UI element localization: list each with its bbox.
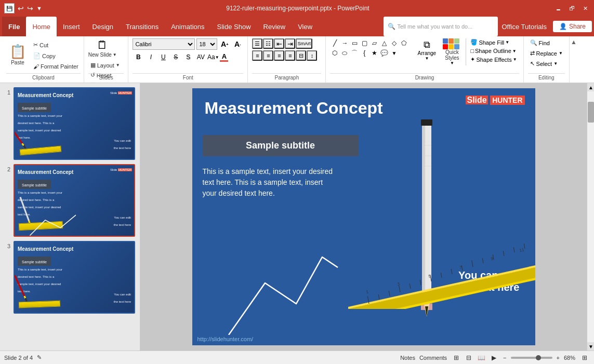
align-right-button[interactable]: ≡ bbox=[274, 50, 284, 61]
find-button[interactable]: 🔍 Find bbox=[528, 38, 565, 47]
font-grow-button[interactable]: A+ bbox=[219, 38, 230, 50]
reading-view-button[interactable]: 📖 bbox=[476, 353, 486, 363]
numbering-button[interactable]: ☷ bbox=[263, 38, 273, 49]
shape-fill-button[interactable]: 🪣 Shape Fill ▼ bbox=[468, 38, 519, 46]
close-button[interactable]: ✕ bbox=[580, 4, 590, 13]
select-button[interactable]: ↖ Select ▼ bbox=[528, 59, 565, 68]
subtitle-box[interactable]: Sample subtitle bbox=[203, 135, 359, 156]
bullets-button[interactable]: ☰ bbox=[252, 38, 262, 49]
redo-icon[interactable]: ↪ bbox=[27, 4, 33, 12]
slide-item-2[interactable]: 2 Measurement Concept Sample subtitle Th… bbox=[2, 164, 138, 237]
shape-right-buttons: 🪣 Shape Fill ▼ □ Shape Outline ▼ ✦ Shape… bbox=[468, 38, 519, 63]
justify-button[interactable]: ≡ bbox=[285, 50, 295, 61]
text-shadow-button[interactable]: S bbox=[182, 51, 194, 63]
underline-button[interactable]: U bbox=[157, 51, 169, 63]
undo-icon[interactable]: ↩ bbox=[18, 4, 24, 12]
font-color-button[interactable]: A bbox=[220, 52, 228, 62]
slide-thumb-1[interactable]: Measurement Concept Sample subtitle This… bbox=[14, 87, 135, 160]
layout-button[interactable]: ▦ Layout ▼ bbox=[88, 61, 124, 70]
menu-home[interactable]: Home bbox=[26, 17, 57, 36]
rounded-rect-shape[interactable]: ▢ bbox=[360, 38, 369, 48]
zoom-level[interactable]: 68% bbox=[564, 355, 575, 361]
menu-transitions[interactable]: Transitions bbox=[120, 17, 165, 36]
slide-thumb-2[interactable]: Measurement Concept Sample subtitle This… bbox=[14, 164, 135, 237]
slide-info-icon[interactable]: ✎ bbox=[37, 354, 42, 361]
replace-button[interactable]: ⇄ Replace ▼ bbox=[528, 49, 565, 58]
scroll-thumb[interactable] bbox=[588, 102, 594, 123]
italic-button[interactable]: I bbox=[145, 51, 156, 63]
menu-review[interactable]: Review bbox=[257, 17, 292, 36]
svg-line-28 bbox=[513, 247, 514, 252]
line-spacing-button[interactable]: ↕ bbox=[307, 50, 317, 61]
more-shapes[interactable]: ▼ bbox=[389, 48, 399, 58]
slide-num-1: 1 bbox=[2, 87, 10, 96]
rect-shape[interactable]: ▭ bbox=[350, 38, 359, 48]
char-spacing-button[interactable]: AV bbox=[195, 51, 206, 63]
slide-thumb-3[interactable]: Measurement Concept Sample subtitle This… bbox=[14, 241, 135, 314]
quick-access-dropdown-icon[interactable]: ▼ bbox=[36, 5, 42, 11]
ribbon-collapse-button[interactable]: ▲ bbox=[570, 36, 578, 83]
shape-outline-button[interactable]: □ Shape Outline ▼ bbox=[468, 47, 519, 55]
menu-animations[interactable]: Animations bbox=[165, 17, 210, 36]
font-shrink-button[interactable]: A- bbox=[232, 38, 243, 50]
columns-button[interactable]: ⊟ bbox=[296, 50, 306, 61]
align-center-button[interactable]: ≡ bbox=[263, 50, 273, 61]
arrow-shape[interactable]: → bbox=[340, 38, 349, 48]
hexagon-shape[interactable]: ⬡ bbox=[330, 48, 339, 58]
save-icon[interactable]: 💾 bbox=[4, 3, 15, 14]
callout-shape[interactable]: 💬 bbox=[379, 48, 389, 58]
cut-button[interactable]: ✂ Cut bbox=[31, 41, 81, 49]
zoom-in-button[interactable]: + bbox=[557, 355, 560, 361]
font-size-select[interactable]: 18 bbox=[196, 38, 217, 50]
bold-button[interactable]: B bbox=[133, 51, 144, 63]
slideshow-view-button[interactable]: ▶ bbox=[489, 353, 499, 363]
zoom-slider[interactable] bbox=[511, 357, 552, 359]
increase-indent-button[interactable]: ⇥ bbox=[285, 38, 295, 49]
brace-shape[interactable]: { bbox=[360, 48, 369, 58]
menu-slideshow[interactable]: Slide Show bbox=[211, 17, 257, 36]
restore-button[interactable]: 🗗 bbox=[567, 4, 576, 13]
oval-shape[interactable]: ⬭ bbox=[340, 48, 349, 58]
quick-styles-button[interactable]: QuickStyles ▼ bbox=[440, 38, 466, 65]
search-box[interactable]: 🔍 Tell me what you want to do... bbox=[384, 17, 498, 36]
font-name-select[interactable]: Calibri bbox=[133, 38, 195, 50]
slide-item-1[interactable]: 1 Measurement Concept Sample subtitle Th… bbox=[2, 87, 138, 160]
smartart-button[interactable]: SmArt bbox=[296, 38, 312, 49]
scroll-down-button[interactable]: ▼ bbox=[587, 342, 594, 350]
scroll-up-button[interactable]: ▲ bbox=[587, 83, 594, 91]
change-case-button[interactable]: Aa▼ bbox=[207, 51, 219, 63]
paste-button[interactable]: 📋 Paste bbox=[6, 38, 29, 71]
arrange-button[interactable]: ⧉ Arrange ▼ bbox=[415, 38, 438, 62]
decrease-indent-button[interactable]: ⇤ bbox=[274, 38, 284, 49]
new-slide-button[interactable]: 🗒 New Slide▼ bbox=[88, 38, 117, 58]
line-shape[interactable]: ╱ bbox=[330, 38, 339, 48]
normal-view-button[interactable]: ⊞ bbox=[451, 353, 461, 363]
parallelogram-shape[interactable]: ▱ bbox=[369, 38, 379, 48]
star-shape[interactable]: ★ bbox=[369, 48, 379, 58]
strikethrough-button[interactable]: S bbox=[170, 51, 181, 63]
diamond-shape[interactable]: ◇ bbox=[389, 38, 399, 48]
menu-design[interactable]: Design bbox=[86, 17, 120, 36]
minimize-button[interactable]: 🗕 bbox=[553, 4, 563, 13]
slide-url[interactable]: http://slidehunter.com/ bbox=[197, 336, 254, 342]
share-button[interactable]: 👤 Share bbox=[553, 21, 592, 32]
pentagon-shape[interactable]: ⬠ bbox=[399, 38, 408, 48]
format-painter-button[interactable]: 🖌 Format Painter bbox=[31, 62, 81, 71]
shape-effects-button[interactable]: ✦ Shape Effects ▼ bbox=[468, 56, 519, 63]
menu-insert[interactable]: Insert bbox=[57, 17, 86, 36]
office-tutorials-link[interactable]: Office Tutorials bbox=[502, 23, 547, 31]
menu-file[interactable]: File bbox=[2, 17, 26, 36]
notes-button[interactable]: Notes bbox=[400, 355, 415, 361]
slide-main-title[interactable]: Measurement Concept bbox=[205, 99, 383, 118]
copy-button[interactable]: 📄 Copy bbox=[31, 51, 81, 60]
triangle-shape[interactable]: △ bbox=[379, 38, 389, 48]
zoom-out-button[interactable]: − bbox=[503, 355, 506, 361]
search-icon: 🔍 bbox=[388, 23, 395, 30]
slide-item-3[interactable]: 3 Measurement Concept Sample subtitle Th… bbox=[2, 241, 138, 314]
align-left-button[interactable]: ≡ bbox=[252, 50, 262, 61]
comments-button[interactable]: Comments bbox=[419, 355, 447, 361]
menu-view[interactable]: View bbox=[292, 17, 319, 36]
fit-window-button[interactable]: ⊞ bbox=[579, 353, 590, 363]
slide-sorter-button[interactable]: ⊟ bbox=[464, 353, 474, 363]
curve-shape[interactable]: ⌒ bbox=[350, 48, 359, 58]
